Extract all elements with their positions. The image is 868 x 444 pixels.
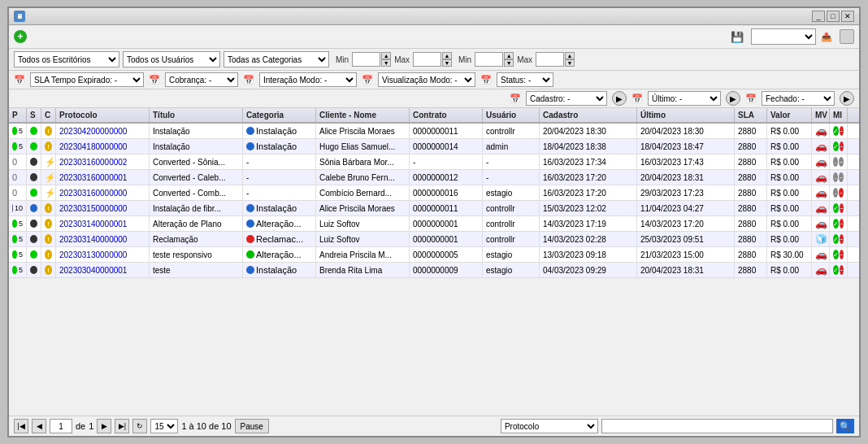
exportar-button[interactable]: 📤 bbox=[821, 32, 835, 42]
cobranca-select[interactable]: Cobrança: - bbox=[165, 72, 238, 87]
table-row[interactable]: 5 ! 202303140000000 Reclamação Reclamac.… bbox=[9, 232, 859, 247]
td-categoria: Instalação bbox=[243, 263, 316, 277]
td-sla: 2880 bbox=[735, 155, 767, 169]
sla-max-up[interactable]: ▲ bbox=[565, 52, 575, 59]
total-pages: 1 bbox=[89, 421, 93, 431]
prio-min-down[interactable]: ▼ bbox=[381, 59, 391, 67]
td-categoria: - bbox=[243, 155, 316, 169]
search-type-select[interactable]: Protocolo bbox=[501, 419, 598, 433]
sla-min-up[interactable]: ▲ bbox=[504, 52, 514, 59]
de-label: de bbox=[76, 421, 85, 431]
interacao-select[interactable]: Interação Modo: - bbox=[259, 72, 357, 87]
td-c: ⚡ bbox=[41, 170, 56, 185]
ultimo-nav-btn[interactable]: ▶ bbox=[726, 91, 740, 106]
first-page-btn[interactable]: |◀ bbox=[14, 419, 28, 433]
table-body: 5 ! 202304200000000 Instalação Instalaçã… bbox=[9, 124, 859, 416]
filter-select[interactable] bbox=[751, 28, 816, 45]
td-usuario: estagio bbox=[483, 263, 540, 277]
sla-min-down[interactable]: ▼ bbox=[504, 59, 514, 67]
fechado-nav-btn[interactable]: ▶ bbox=[840, 91, 854, 106]
td-cliente: Hugo Elias Samuel... bbox=[316, 139, 410, 154]
last-page-btn[interactable]: ▶| bbox=[115, 419, 129, 433]
table-row[interactable]: 5 ! 202304180000000 Instalação Instalaçã… bbox=[9, 139, 859, 155]
sla-max-spinner[interactable]: ▲ ▼ bbox=[536, 52, 575, 67]
prio-max-down[interactable]: ▼ bbox=[442, 59, 452, 67]
td-protocolo[interactable]: 202303140000001 bbox=[56, 216, 150, 231]
td-contrato: 0000000016 bbox=[410, 185, 483, 200]
help-button[interactable] bbox=[840, 29, 854, 44]
td-valor: R$ 0.00 bbox=[767, 170, 812, 185]
cadastro-select[interactable]: Cadastro: - bbox=[526, 91, 607, 106]
td-protocolo[interactable]: 202303160000002 bbox=[56, 155, 150, 169]
td-protocolo[interactable]: 202303150000000 bbox=[56, 201, 150, 215]
table-row[interactable]: 10 ! 202303150000000 Instalação de fibr.… bbox=[9, 201, 859, 216]
categorias-select[interactable]: Todas as Categorias bbox=[224, 51, 329, 67]
ultimo-select[interactable]: Último: - bbox=[648, 91, 721, 106]
table-row[interactable]: 5 ! 202303140000001 Alteração de Plano A… bbox=[9, 216, 859, 232]
novo-button[interactable]: + bbox=[14, 30, 29, 43]
table-row[interactable]: 0 ⚡ 202303160000002 Converted - Sônia...… bbox=[9, 155, 859, 170]
title-bar-left: 🖥 bbox=[14, 11, 28, 22]
sla-max-input[interactable] bbox=[536, 52, 564, 67]
td-protocolo[interactable]: 202303140000000 bbox=[56, 232, 150, 246]
prio-min-up[interactable]: ▲ bbox=[381, 52, 391, 59]
td-protocolo[interactable]: 202304200000000 bbox=[56, 124, 150, 138]
sla-min-input[interactable] bbox=[475, 52, 503, 67]
td-protocolo[interactable]: 202303160000001 bbox=[56, 170, 150, 185]
td-protocolo[interactable]: 202303160000000 bbox=[56, 185, 150, 200]
usuarios-select[interactable]: Todos os Usuários bbox=[123, 51, 220, 67]
next-page-btn[interactable]: ▶ bbox=[97, 419, 111, 433]
table-row[interactable]: 5 ! 202303130000000 teste responsivo Alt… bbox=[9, 247, 859, 263]
sla-max-down[interactable]: ▼ bbox=[565, 59, 575, 67]
page-input[interactable] bbox=[50, 419, 72, 433]
td-s bbox=[27, 170, 41, 185]
cadastro-nav-btn[interactable]: ▶ bbox=[612, 91, 627, 106]
escritorio-select[interactable]: Todos os Escritórios bbox=[14, 51, 119, 67]
td-protocolo[interactable]: 202303130000000 bbox=[56, 247, 150, 262]
salvar-button[interactable]: 💾 bbox=[731, 31, 746, 43]
novo-icon: + bbox=[14, 30, 27, 43]
prio-max-spinner[interactable]: ▲ ▼ bbox=[413, 52, 452, 67]
td-mi: ✓− bbox=[830, 263, 848, 277]
calendar-icon-8: 📅 bbox=[745, 94, 757, 104]
td-ultimo: 18/04/2023 18:47 bbox=[637, 139, 735, 154]
calendar-icon-3: 📅 bbox=[243, 75, 254, 85]
td-protocolo[interactable]: 202303040000001 bbox=[56, 263, 150, 277]
table-row[interactable]: 0 ⚡ 202303160000001 Converted - Caleb...… bbox=[9, 170, 859, 185]
per-page-select[interactable]: 15 bbox=[150, 419, 178, 433]
status-select[interactable]: Status: - bbox=[497, 72, 553, 87]
td-mv: 🚗 bbox=[812, 155, 830, 169]
search-input[interactable] bbox=[601, 419, 833, 433]
td-cadastro: 13/03/2023 09:18 bbox=[540, 247, 637, 262]
visualizacao-select[interactable]: Visualização Modo: - bbox=[378, 72, 475, 87]
td-mi: ✓− bbox=[830, 124, 848, 138]
prio-max-up[interactable]: ▲ bbox=[442, 52, 452, 59]
td-cliente: Luiz Softov bbox=[316, 232, 410, 246]
prio-max-input[interactable] bbox=[413, 52, 441, 67]
td-sla: 2880 bbox=[735, 263, 767, 277]
fechado-select[interactable]: Fechado: - bbox=[762, 91, 835, 106]
minimize-button[interactable]: _ bbox=[812, 11, 825, 22]
header-usuario: Usuário bbox=[483, 108, 540, 122]
table-row[interactable]: 5 ! 202304200000000 Instalação Instalaçã… bbox=[9, 124, 859, 139]
prio-min-spinner[interactable]: ▲ ▼ bbox=[352, 52, 391, 67]
sla-min-spinner[interactable]: ▲ ▼ bbox=[475, 52, 514, 67]
td-protocolo[interactable]: 202304180000000 bbox=[56, 139, 150, 154]
prev-page-btn[interactable]: ◀ bbox=[32, 419, 46, 433]
table-row[interactable]: 5 ! 202303040000001 teste Instalação Bre… bbox=[9, 263, 859, 278]
search-button[interactable]: 🔍 bbox=[836, 419, 854, 433]
td-mv: 🚗 bbox=[812, 263, 830, 277]
close-button[interactable]: ✕ bbox=[841, 11, 854, 22]
td-cadastro: 16/03/2023 17:34 bbox=[540, 155, 637, 169]
td-cadastro: 18/04/2023 18:38 bbox=[540, 139, 637, 154]
table-row[interactable]: 0 ⚡ 202303160000000 Converted - Comb... … bbox=[9, 185, 859, 201]
header-valor: Valor bbox=[767, 108, 812, 122]
td-titulo: Reclamação bbox=[150, 232, 243, 246]
td-categoria: - bbox=[243, 170, 316, 185]
refresh-btn[interactable]: ↻ bbox=[132, 419, 147, 433]
prio-min-input[interactable] bbox=[352, 52, 380, 67]
maximize-button[interactable]: □ bbox=[827, 11, 840, 22]
pause-button[interactable]: Pause bbox=[235, 419, 269, 433]
sla-tempo-select[interactable]: SLA Tempo Expirado: - bbox=[30, 72, 144, 87]
td-sla: 2880 bbox=[735, 124, 767, 138]
